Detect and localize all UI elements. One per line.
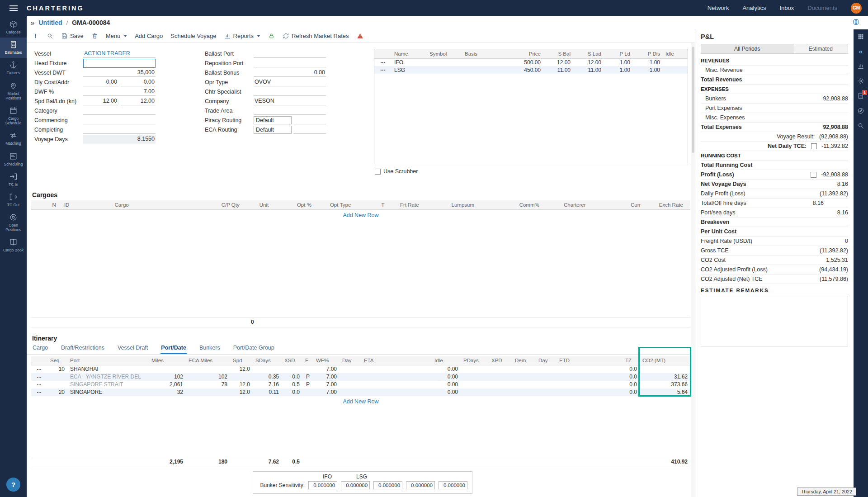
eca-miles-cell[interactable]: 78	[186, 381, 230, 388]
trade-area-input[interactable]	[254, 106, 326, 115]
idle-cell[interactable]: 0.00	[432, 388, 461, 396]
day-etd-cell[interactable]	[536, 373, 557, 381]
dly-cost-input-1[interactable]: 0.00	[83, 78, 118, 86]
analytics-chart-icon[interactable]	[857, 62, 864, 70]
opr-type-input[interactable]: OVOV	[254, 78, 326, 86]
pdays-cell[interactable]	[461, 373, 489, 381]
fuel-price-cell[interactable]: 450.00	[498, 66, 543, 74]
reposition-port-input[interactable]	[254, 59, 326, 67]
sidebar-item-tc-out[interactable]: TC Out	[0, 190, 27, 210]
refresh-market-rates-button[interactable]: Refresh Market Rates	[283, 33, 349, 39]
etd-cell[interactable]	[557, 388, 623, 396]
row-menu-icon[interactable]: •••	[374, 58, 392, 66]
port-cell[interactable]: SINGAPORE STRAIT	[67, 381, 149, 388]
day-etd-cell[interactable]	[536, 365, 557, 373]
piracy-routing-select[interactable]: Default	[254, 116, 292, 124]
fuel-s-bal-cell[interactable]: 12.00	[543, 58, 573, 66]
search-panel-icon[interactable]	[857, 122, 864, 129]
nav-network[interactable]: Network	[708, 5, 729, 11]
pnl-mode-estimated[interactable]: Estimated	[793, 44, 848, 54]
etd-cell[interactable]	[557, 373, 623, 381]
eca-miles-cell[interactable]: 102	[186, 373, 230, 381]
bunker-sensitivity-input-2[interactable]: 0.000000	[341, 481, 370, 489]
wf-cell[interactable]: 7.00	[313, 365, 340, 373]
fuel-name-cell[interactable]: IFO	[392, 58, 427, 66]
co2-cell[interactable]: 373.66	[640, 381, 690, 388]
xsd-cell[interactable]	[282, 365, 302, 373]
user-avatar[interactable]: GM	[851, 3, 862, 14]
co2-cell[interactable]: 31.62	[640, 373, 690, 381]
dem-cell[interactable]	[512, 373, 536, 381]
co2-cell[interactable]: 5.64	[640, 388, 690, 396]
sdays-cell[interactable]	[253, 365, 282, 373]
day-eta-cell[interactable]	[340, 373, 361, 381]
tz-cell[interactable]: 0.0	[623, 365, 640, 373]
fuel-s-bal-cell[interactable]: 11.00	[543, 66, 573, 74]
nav-analytics[interactable]: Analytics	[742, 5, 766, 11]
dly-cost-input-2[interactable]: 0.00	[121, 78, 156, 86]
piracy-routing-extra-input[interactable]	[293, 116, 326, 124]
bunker-sensitivity-input-3[interactable]: 0.000000	[373, 481, 402, 489]
chtr-specialist-input[interactable]	[254, 87, 326, 96]
reports-button[interactable]: Reports	[224, 33, 261, 39]
row-menu-icon[interactable]: •••	[31, 365, 47, 373]
sdays-cell[interactable]: 7.16	[253, 381, 282, 388]
miles-cell[interactable]	[149, 365, 186, 373]
spd-cell[interactable]: 12.0	[230, 388, 253, 396]
eca-miles-cell[interactable]	[186, 388, 230, 396]
head-fixture-input[interactable]	[83, 59, 156, 68]
fuel-basis-cell[interactable]	[462, 58, 498, 66]
port-cell[interactable]: SHANGHAI	[67, 365, 149, 373]
sidebar-item-market-positions[interactable]: Market Positions	[0, 79, 27, 104]
fuel-idle-cell[interactable]	[663, 58, 688, 66]
completing-input[interactable]	[83, 125, 156, 134]
eca-routing-select[interactable]: Default	[254, 126, 292, 134]
bunker-sensitivity-input-4[interactable]: 0.000000	[406, 481, 435, 489]
day-eta-cell[interactable]	[340, 381, 361, 388]
sidebar-item-fixtures[interactable]: Fixtures	[0, 58, 27, 78]
xpd-cell[interactable]	[489, 365, 512, 373]
co2-cell[interactable]	[640, 365, 690, 373]
company-input[interactable]: VESON	[254, 97, 326, 105]
expand-panel-icon[interactable]: »	[30, 19, 34, 27]
nav-inbox[interactable]: Inbox	[779, 5, 794, 11]
miles-cell[interactable]: 102	[149, 373, 186, 381]
bunker-sensitivity-input-5[interactable]: 0.000000	[439, 481, 467, 489]
fuel-symbol-cell[interactable]	[427, 58, 462, 66]
tz-cell[interactable]: 0.0	[623, 381, 640, 388]
eta-cell[interactable]	[361, 373, 432, 381]
commencing-input[interactable]	[83, 116, 156, 124]
tz-cell[interactable]: 0.0	[623, 373, 640, 381]
fuel-p-ld-cell[interactable]: 1.00	[604, 66, 633, 74]
tab-vessel-draft[interactable]: Vessel Draft	[117, 345, 148, 354]
tz-cell[interactable]: 0.0	[623, 388, 640, 396]
spd-bal-input[interactable]: 12.00	[83, 97, 118, 105]
spd-cell[interactable]: 12.0	[230, 381, 253, 388]
row-menu-icon[interactable]: •••	[31, 373, 47, 381]
spd-cell[interactable]: 12.0	[230, 365, 253, 373]
day-eta-cell[interactable]	[340, 388, 361, 396]
sidebar-item-scheduling[interactable]: Scheduling	[0, 149, 27, 170]
xpd-cell[interactable]	[489, 381, 512, 388]
vertical-scrollbar[interactable]	[691, 43, 695, 497]
vessel-dwt-input[interactable]: 35,000	[83, 68, 156, 77]
fuel-price-cell[interactable]: 500.00	[498, 58, 543, 66]
fuel-symbol-cell[interactable]	[427, 66, 462, 74]
ballast-port-input[interactable]	[254, 49, 326, 58]
f-cell[interactable]	[302, 365, 313, 373]
wf-cell[interactable]: 7.00	[313, 373, 340, 381]
eca-routing-extra-input[interactable]	[293, 125, 326, 134]
lock-icon[interactable]	[268, 33, 275, 39]
day-etd-cell[interactable]	[536, 388, 557, 396]
sidebar-item-tc-in[interactable]: TC In	[0, 170, 27, 190]
seq-cell[interactable]: 10	[47, 365, 67, 373]
idle-cell[interactable]: 0.00	[432, 381, 461, 388]
vessel-input[interactable]: ACTION TRADER	[83, 49, 156, 58]
help-button[interactable]: ?	[6, 478, 20, 492]
fuel-idle-cell[interactable]	[663, 66, 688, 74]
net-daily-tce-checkbox[interactable]	[811, 143, 817, 149]
sidebar-item-estimates[interactable]: Estimates	[0, 38, 27, 58]
row-menu-icon[interactable]: •••	[374, 66, 392, 74]
fuel-p-dis-cell[interactable]: 1.00	[633, 66, 663, 74]
miles-cell[interactable]: 2,061	[149, 381, 186, 388]
